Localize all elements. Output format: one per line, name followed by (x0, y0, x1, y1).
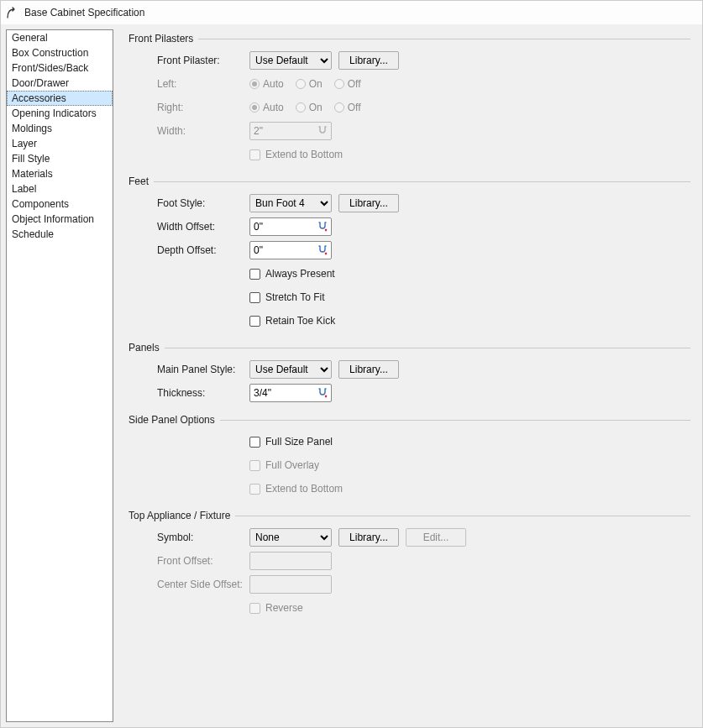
center-side-offset-input (249, 575, 332, 594)
thickness-input[interactable] (249, 384, 332, 402)
sidebar-item[interactable]: Components (7, 196, 113, 212)
full-overlay-checkbox: Full Overlay (249, 458, 319, 473)
left-label: Left: (157, 78, 249, 90)
stretch-to-fit-checkbox[interactable]: Stretch To Fit (249, 290, 324, 305)
symbol-edit-button: Edit... (406, 528, 466, 547)
reverse-checkbox: Reverse (249, 600, 303, 615)
group-title: Feet (129, 175, 149, 187)
pilaster-width-label: Width: (157, 125, 249, 137)
rule (154, 181, 690, 182)
category-list[interactable]: GeneralBox ConstructionFront/Sides/BackD… (6, 29, 113, 722)
foot-style-library-button[interactable]: Library... (338, 194, 399, 212)
symbol-library-button[interactable]: Library... (338, 528, 399, 547)
sidebar-item[interactable]: Box Construction (7, 45, 113, 60)
extend-to-bottom-checkbox: Extend to Bottom (249, 147, 343, 162)
right-label: Right: (157, 102, 249, 113)
rule (198, 39, 690, 39)
width-offset-input[interactable] (249, 217, 332, 236)
rule (235, 516, 690, 516)
side-extend-to-bottom-checkbox: Extend to Bottom (249, 481, 343, 496)
foot-style-label: Foot Style: (157, 197, 249, 209)
pilaster-width-input (249, 122, 332, 140)
right-radio-group: Auto On Off (249, 102, 361, 113)
spinner-icon[interactable] (314, 244, 331, 256)
main-panel-library-button[interactable]: Library... (338, 360, 399, 379)
sidebar-item[interactable]: Materials (7, 166, 113, 181)
main-panel-style-select[interactable]: Use Default (249, 360, 332, 379)
sidebar-item[interactable]: Fill Style (7, 151, 113, 166)
client-area: GeneralBox ConstructionFront/Sides/BackD… (1, 24, 702, 727)
group-title: Panels (129, 342, 160, 354)
sidebar-item[interactable]: General (7, 30, 113, 45)
spinner-icon[interactable] (314, 221, 331, 233)
sidebar-item[interactable]: Label (7, 181, 113, 196)
symbol-label: Symbol: (157, 532, 249, 543)
rule (165, 348, 690, 348)
front-offset-label: Front Offset: (157, 555, 249, 567)
content-panel: Front Pilasters Front Pilaster: Use Defa… (118, 29, 697, 722)
rule (220, 420, 690, 421)
left-auto-radio: Auto (249, 78, 284, 90)
group-feet: Feet Foot Style: Bun Foot 4 Library... (129, 175, 690, 332)
retain-toe-kick-checkbox[interactable]: Retain Toe Kick (249, 313, 335, 328)
main-panel-style-label: Main Panel Style: (157, 364, 249, 375)
always-present-checkbox[interactable]: Always Present (249, 266, 335, 281)
sidebar-item[interactable]: Layer (7, 136, 113, 151)
sidebar-item[interactable]: Opening Indicators (7, 106, 113, 121)
sidebar-item[interactable]: Object Information (7, 212, 113, 227)
thickness-label: Thickness: (157, 387, 249, 399)
left-off-radio: Off (334, 78, 361, 90)
front-pilaster-select[interactable]: Use Default (249, 51, 332, 70)
right-off-radio: Off (334, 102, 361, 113)
sidebar-item[interactable]: Accessories (7, 91, 113, 106)
foot-style-select[interactable]: Bun Foot 4 (249, 194, 332, 212)
group-front-pilasters: Front Pilasters Front Pilaster: Use Defa… (129, 33, 690, 165)
center-side-offset-label: Center Side Offset: (157, 579, 249, 590)
sidebar-item[interactable]: Moldings (7, 121, 113, 136)
full-size-panel-checkbox[interactable]: Full Size Panel (249, 434, 333, 449)
dialog-window: Base Cabinet Specification GeneralBox Co… (0, 0, 703, 728)
right-auto-radio: Auto (249, 102, 284, 113)
depth-offset-input[interactable] (249, 241, 332, 259)
spinner-icon[interactable] (314, 387, 331, 399)
group-title: Top Appliance / Fixture (129, 510, 230, 521)
group-side-panel-options: Side Panel Options Full Size Panel Full … (129, 414, 690, 500)
width-offset-label: Width Offset: (157, 221, 249, 233)
sidebar-item[interactable]: Schedule (7, 227, 113, 242)
front-offset-input (249, 552, 332, 570)
symbol-select[interactable]: None (249, 528, 332, 547)
front-pilaster-label: Front Pilaster: (157, 55, 249, 66)
sidebar-item[interactable]: Front/Sides/Back (7, 60, 113, 76)
depth-offset-label: Depth Offset: (157, 244, 249, 256)
group-panels: Panels Main Panel Style: Use Default Lib… (129, 342, 690, 404)
front-pilaster-library-button[interactable]: Library... (338, 51, 399, 70)
sidebar-item[interactable]: Door/Drawer (7, 76, 113, 91)
titlebar: Base Cabinet Specification (1, 1, 702, 24)
window-title: Base Cabinet Specification (24, 7, 144, 18)
group-title: Side Panel Options (129, 414, 215, 426)
right-on-radio: On (296, 102, 323, 113)
spinner-icon (314, 125, 331, 137)
left-on-radio: On (296, 78, 323, 90)
app-icon (6, 6, 19, 19)
left-radio-group: Auto On Off (249, 78, 361, 90)
group-top-appliance: Top Appliance / Fixture Symbol: None Lib… (129, 510, 690, 619)
group-title: Front Pilasters (129, 33, 193, 45)
